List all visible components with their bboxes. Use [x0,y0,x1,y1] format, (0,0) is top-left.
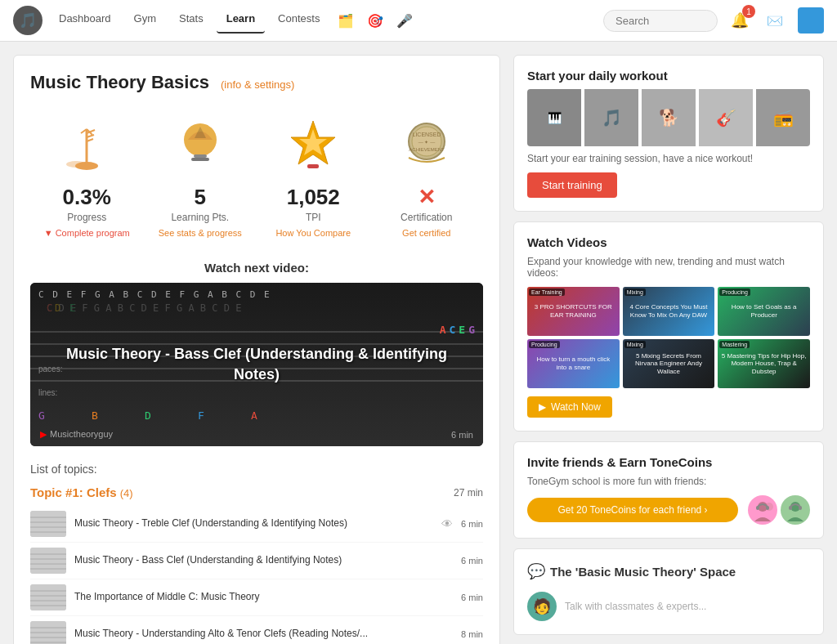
note-letters-top: C D E F G A B C D E F G A B C D E [38,289,271,300]
see-stats-link[interactable]: See stats & progress [150,228,251,238]
invite-description: ToneGym school is more fun with friends: [527,476,810,487]
topic-item-3: The Importance of Middle C: Music Theory… [30,579,483,616]
topic-1-header: Topic #1: Clefs (4) 27 min [30,485,483,499]
videos-description: Expand your knowledge with new, trending… [527,256,810,279]
topic-1-duration: 6 min [461,519,483,529]
video-channel: ▶Musictheoryguy [40,429,113,440]
topic-item-2: Music Theory - Bass Clef (Understanding … [30,543,483,579]
workout-thumb-4: 🎸 [699,89,753,146]
nav-mic-icon[interactable]: 🎤 [392,7,418,34]
video-label-5: 5 Mixing Secrets From Nirvana Engineer A… [623,349,715,379]
video-tag-4: Producing [529,341,560,348]
nav-learn[interactable]: Learn [217,7,265,34]
get-certified-link[interactable]: Get certified [377,228,477,238]
stat-progress: 0.3% Progress ▼ Complete program [30,106,144,244]
stat-progress-value: 0.3% [37,185,137,210]
video-tag-5: Mixing [624,341,646,348]
stat-tpi-label: TPI [263,212,364,223]
page-content: Music Theory Basics (info & settings) [0,42,837,644]
video-tag-6: Mastering [719,341,750,348]
complete-program-link[interactable]: ▼ Complete program [37,228,137,238]
watch-now-button[interactable]: ▶ Watch Now [527,396,612,418]
video-cell-1[interactable]: Ear Training 3 PRO SHORTCUTS FOR EAR TRA… [527,287,620,336]
videos-title: Watch Videos [527,235,810,249]
topic-thumb-4 [30,621,66,644]
stat-tpi: 1,052 TPI How You Compare [257,106,370,244]
certification-icon: LICENSED — ✦ — ACHIEVEMENT [398,117,455,174]
nav-stats[interactable]: Stats [169,7,213,34]
daily-workout-card: Start your daily workout 🎹 🎵 🐕 🎸 📻 Start… [513,55,824,212]
workout-description: Start your ear training session, have a … [527,153,810,164]
topic-name-4: Music Theory - Understanding Alto & Teno… [74,628,445,641]
stat-certification: LICENSED — ✦ — ACHIEVEMENT ✕ Certificati… [370,106,484,244]
invite-button[interactable]: Get 20 ToneCoins for each friend › [527,498,738,522]
progress-icon [58,117,115,174]
space-icon: 💬 [527,562,545,580]
learning-pts-icon [172,117,229,174]
space-title: 💬 The 'Basic Music Theory' Space [527,562,810,580]
video-cell-4[interactable]: Producing How to turn a mouth click into… [527,339,620,388]
main-panel: Music Theory Basics (info & settings) [13,55,500,644]
video-thumbnail[interactable]: C D E F G A B C D E F G A B C D E C D E … [30,283,483,446]
eye-icon[interactable]: 👁 [441,517,453,530]
nav-briefcase-icon[interactable]: 🗂️ [333,7,359,34]
notification-badge: 1 [742,5,755,18]
invite-title: Invite friends & Earn ToneCoins [527,455,810,469]
stat-progress-label: Progress [37,212,137,223]
nav-links: Dashboard Gym Stats Learn Contests 🗂️ 🎯 … [49,7,597,34]
space-row: 💬 The 'Basic Music Theory' Space [527,562,810,584]
workout-thumb-1: 🎹 [527,89,581,146]
video-cell-2[interactable]: Mixing 4 Core Concepts You Must Know To … [623,287,715,336]
nav-dashboard[interactable]: Dashboard [49,7,121,34]
invite-avatar-1 [748,495,777,525]
svg-text:C D E F G A B C D E F G A B C : C D E F G A B C D E F G A B C D E [47,302,241,314]
svg-text:LICENSED: LICENSED [412,132,441,137]
stat-learning-pts: 5 Learning Pts. See stats & progress [144,106,257,244]
video-cell-3[interactable]: Producing How to Set Goals as a Producer [718,287,810,336]
stat-cert-value: ✕ [377,185,477,210]
space-card: 💬 The 'Basic Music Theory' Space 🧑 Talk … [513,548,824,635]
video-tag-2: Mixing [624,288,646,296]
topic-thumb-1 [30,511,66,537]
stat-pts-label: Learning Pts. [150,212,251,223]
svg-rect-10 [191,158,209,161]
topic-3-duration: 6 min [461,593,483,602]
topics-heading: List of topics: [30,463,483,476]
nav-target-icon[interactable]: 🎯 [362,7,388,34]
svg-rect-51 [756,506,759,510]
topic-item-1: Music Theory - Treble Clef (Understandin… [30,506,483,543]
note-labels-right: A C E G [440,324,475,336]
svg-rect-9 [194,154,207,158]
svg-rect-34 [30,548,66,574]
invite-card: Invite friends & Earn ToneCoins ToneGym … [513,441,824,539]
nav-gym[interactable]: Gym [124,7,166,34]
stat-pts-value: 5 [150,185,251,210]
workout-title: Start your daily workout [527,69,810,83]
mail-icon[interactable]: ✉️ [762,7,788,34]
tpi-icon [284,117,342,174]
user-avatar[interactable] [798,7,824,34]
invite-row: Get 20 ToneCoins for each friend › [527,495,810,525]
notifications-button[interactable]: 🔔 1 [727,8,752,33]
space-description: Talk with classmates & experts... [565,601,706,612]
topic-1-title: Topic #1: Clefs (4) [30,485,133,499]
workout-thumbnails: 🎹 🎵 🐕 🎸 📻 [527,89,810,146]
svg-text:ACHIEVEMENT: ACHIEVEMENT [409,147,445,152]
search-input[interactable] [603,10,718,32]
video-cell-5[interactable]: Mixing 5 Mixing Secrets From Nirvana Eng… [623,339,715,388]
page-title: Music Theory Basics (info & settings) [30,72,483,93]
start-training-button[interactable]: Start training [527,172,617,198]
svg-rect-55 [799,506,802,510]
svg-rect-52 [766,506,769,510]
video-tag-1: Ear Training [529,288,565,296]
nav-contests[interactable]: Contests [268,7,329,34]
svg-point-7 [66,161,86,168]
video-next-label: Watch next video: [30,261,483,275]
videos-grid: Ear Training 3 PRO SHORTCUTS FOR EAR TRA… [527,287,810,388]
logo-icon[interactable]: 🎵 [13,6,43,35]
info-settings-link[interactable]: (info & settings) [221,78,294,91]
play-icon: ▶ [539,401,546,413]
video-cell-6[interactable]: Mastering 5 Mastering Tips for Hip Hop, … [718,339,810,388]
how-you-compare-link[interactable]: How You Compare [263,228,364,238]
note-letters-bottom: G B D F A [38,409,260,422]
